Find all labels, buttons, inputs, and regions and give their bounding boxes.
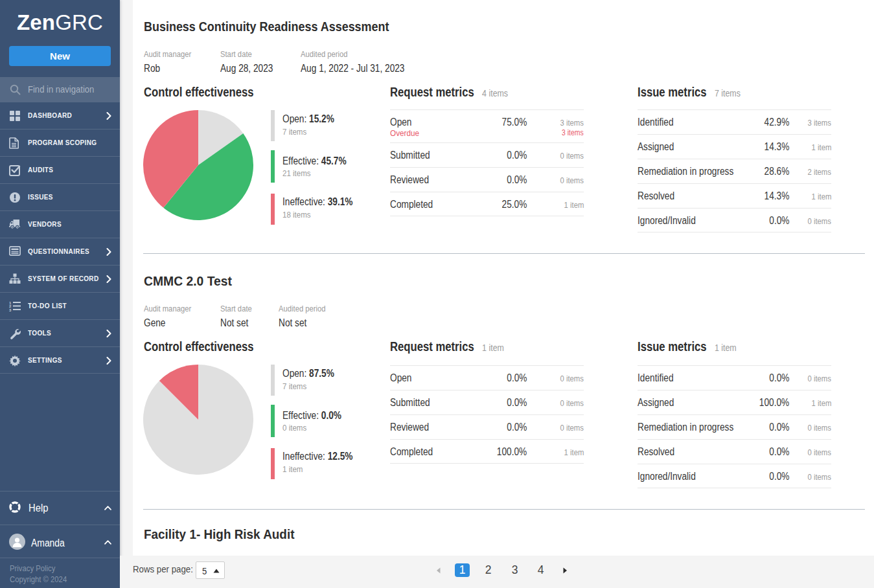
svg-text:3: 3	[9, 308, 12, 312]
